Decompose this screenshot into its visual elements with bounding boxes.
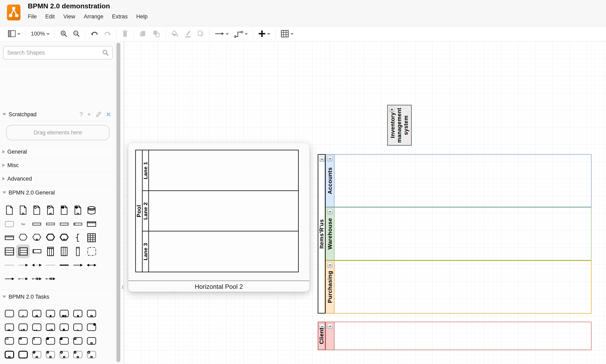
user-task-shape[interactable] [30,334,43,348]
section-advanced[interactable]: Advanced [0,172,115,185]
receive-task-filled-shape[interactable] [16,334,30,348]
horizontal-pool-2-shape[interactable] [16,245,30,258]
event-subprocess-dot-shape[interactable]: • [57,361,71,364]
parallel-collapsed-task-shape[interactable] [16,320,30,334]
horizontal-lane-ticked-shape[interactable] [57,217,71,231]
annotation-shape[interactable] [71,231,85,245]
scratchpad-close-icon[interactable]: ✕ [106,111,111,118]
undo-button[interactable] [91,29,98,39]
document-send-shape[interactable] [57,203,71,217]
document-import-shape[interactable] [30,203,43,217]
horizontal-pool-1-shape[interactable] [2,245,16,258]
menu-file[interactable]: File [28,13,37,20]
connection-arrow-button[interactable] [215,29,229,39]
scratchpad-add-icon[interactable]: + [87,111,91,118]
message-flow-3-shape[interactable] [30,258,43,272]
horizontal-lane-banded-shape[interactable] [71,217,85,231]
vertical-lane-shape[interactable] [71,245,85,258]
sequence-flow-dotted-shape[interactable] [43,258,57,272]
document-send-multi-shape[interactable] [71,203,85,217]
delete-button[interactable] [122,29,128,39]
lane-label-strip[interactable]: − Purchasing [326,261,334,313]
multi-instance-task-shape[interactable] [30,307,43,320]
shadow-button[interactable] [197,29,204,39]
menu-edit[interactable]: Edit [45,13,55,20]
call-conversation-shape[interactable] [43,231,57,245]
transaction-plain-shape[interactable] [16,348,30,361]
group-dotted-shape[interactable] [2,217,16,231]
business-rule-task-shape[interactable] [57,334,71,348]
section-bpmn-general[interactable]: BPMN 2.0 General [0,186,115,199]
collapsed-subprocess-shape[interactable] [85,307,98,320]
pool-label-column[interactable]: − Client [318,322,326,350]
waypoint-style-button[interactable] [234,29,248,39]
pool-items-r-us[interactable]: − Items'R'us − Accounts − Warehouse − Pu… [318,154,592,313]
event-subprocess-gear-shape[interactable]: ⚙ [57,348,71,361]
group-dashdot-shape[interactable] [85,245,98,258]
event-subprocess-message-shape[interactable]: ☺ [43,348,57,361]
event-subprocess-circle-shape[interactable]: ● [85,361,98,364]
marker-task-shape[interactable] [71,307,85,320]
lane-warehouse[interactable]: − Warehouse [326,207,592,260]
loop-task-shape[interactable] [16,307,30,320]
zoom-in-button[interactable] [60,29,67,39]
parallel-task-shape[interactable] [2,320,16,334]
horizontal-pool-3-shape[interactable] [30,245,43,258]
to-back-button[interactable] [152,29,160,39]
shape-search[interactable] [3,46,113,59]
corner-marker-task-shape[interactable] [85,320,98,334]
zoom-level-dropdown[interactable]: 100% [31,29,50,39]
text-shape[interactable]: Text [16,217,30,231]
receive-task-shape[interactable] [2,334,16,348]
sidebar-scrollbar[interactable] [117,43,120,362]
sub-conversation-shape[interactable] [30,231,43,245]
compensation-collapsed-task-shape[interactable] [57,307,71,320]
sequence-flow-2-shape[interactable] [2,272,16,286]
event-subprocess-cog-shape[interactable]: ✺ [43,361,57,364]
event-subprocess-star-shape[interactable]: ✳ [30,348,43,361]
link-shape[interactable] [57,258,71,272]
sequential-collapsed-task-shape[interactable] [43,320,57,334]
vertical-pool-1-shape[interactable] [43,245,57,258]
zoom-out-button[interactable] [73,29,80,39]
section-bpmn-tasks[interactable]: BPMN 2.0 Tasks [0,290,115,303]
section-general[interactable]: General [0,145,115,158]
lane-purchasing[interactable]: − Purchasing [326,260,592,313]
conditional-flow-1-shape[interactable] [30,272,43,286]
vertical-pool-2-shape[interactable] [57,245,71,258]
sequential-task-shape[interactable] [30,320,43,334]
data-store-shape[interactable] [85,203,98,217]
scratchpad-edit-icon[interactable] [95,111,102,118]
event-subprocess-star-2-shape[interactable]: ✹ [85,348,98,361]
diagram-canvas[interactable]: + Inventory management system − Items'R'… [123,41,606,364]
menu-extras[interactable]: Extras [112,13,128,20]
conversation-shape[interactable] [16,231,30,245]
pool-client[interactable]: − Client − [318,322,592,350]
message-flow-2-shape[interactable] [16,258,30,272]
event-subprocess-pause-shape[interactable]: ∥ [2,361,16,364]
document-import-multi-shape[interactable] [43,203,57,217]
service-task-shape[interactable]: ⚙ [71,334,85,348]
event-subprocess-timer-shape[interactable]: ◔ [71,348,85,361]
conditional-flow-2-shape[interactable] [43,272,57,286]
task-shape[interactable] [2,307,16,320]
default-flow-shape[interactable] [16,272,30,286]
to-front-button[interactable] [139,29,147,39]
document-shape[interactable] [2,203,16,217]
lane-label-strip[interactable]: − Accounts [326,155,334,207]
lane-label-strip[interactable]: − Warehouse [326,208,334,260]
scratchpad-help-icon[interactable]: ? [79,111,83,118]
view-panels-button[interactable] [8,29,20,39]
insert-button[interactable] [258,29,270,39]
scratchpad-header[interactable]: Scratchpad ? + ✕ [0,108,115,121]
scratchpad-dropzone[interactable]: Drag elements here [6,125,109,140]
transaction-shape[interactable] [2,348,16,361]
send-subprocess-shape[interactable] [85,334,98,348]
event-subprocess-burst-shape[interactable]: ✹ [16,361,30,364]
menu-arrange[interactable]: Arrange [84,13,103,20]
choreography-shape[interactable] [85,231,98,245]
document-multi-shape[interactable] [16,203,30,217]
pool-collapsed-small-shape[interactable] [2,231,16,245]
horizontal-lane-thin-2-shape[interactable] [43,217,57,231]
search-input[interactable] [7,50,102,56]
